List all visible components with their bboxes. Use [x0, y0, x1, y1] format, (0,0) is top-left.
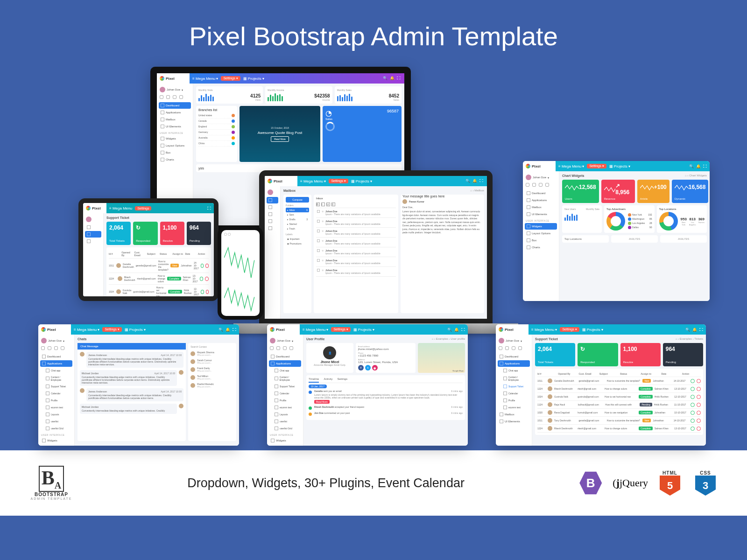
table-row[interactable]: 1224Ritesh Deshmukhritesh@gmail.comHow t…: [537, 385, 701, 393]
nav-projects[interactable]: ▦ Projects ▾: [243, 77, 264, 81]
branch-item[interactable]: Germany: [198, 130, 235, 135]
contact-item[interactable]: Ted MillionWhy you assert...: [190, 373, 234, 381]
approve-icon[interactable]: [201, 264, 204, 268]
tab-timeline[interactable]: Timeline: [309, 378, 319, 383]
table-row[interactable]: 1224Ritesh Deshmukhritesh@gmail.comHow t…: [537, 425, 701, 433]
table-row[interactable]: 1011Genelia Deshmukhgenelia@gmail.comHow…: [537, 377, 701, 385]
sidebar-subitem[interactable]: ecomm test: [40, 404, 72, 411]
approve-icon[interactable]: [691, 419, 695, 423]
reject-icon[interactable]: [697, 419, 701, 423]
approve-icon[interactable]: [201, 290, 204, 294]
search-icon[interactable]: 🔍: [383, 76, 388, 81]
table-row[interactable]: 1224Ritesh Deshmukhritesh@gmail.comHow t…: [109, 273, 209, 285]
contact-item[interactable]: Rashid MazedicWhy you assert...: [190, 381, 234, 389]
reject-icon[interactable]: [697, 395, 701, 399]
sidebar-subitem[interactable]: Chat app: [498, 367, 530, 374]
sidebar-subitem[interactable]: userlist: [269, 418, 301, 425]
folder-item[interactable]: ▸ Starred: [286, 222, 309, 226]
mail-row[interactable]: ☆Johen DoeIpsum - There are many variati…: [316, 247, 396, 257]
folder-item[interactable]: ▸ Sent: [286, 212, 309, 217]
sidebar-subitem[interactable]: Chat app: [40, 367, 72, 374]
reject-icon[interactable]: [206, 290, 209, 294]
table-row[interactable]: 1020Rana Dagubatihornok@gmail.comHow to …: [537, 409, 701, 417]
reject-icon[interactable]: [205, 277, 209, 281]
table-row[interactable]: 1024Govinda Naikgovinda@gmail.comHow to …: [109, 285, 209, 296]
mail-row[interactable]: ☆Johen DoeIpsum - There are many variati…: [316, 257, 396, 267]
tab-activity[interactable]: Activity: [324, 378, 332, 383]
nav-settings[interactable]: Settings ▾: [221, 76, 240, 81]
sidebar-subitem[interactable]: userlist: [40, 418, 72, 425]
sidebar-subitem[interactable]: Contact / Employee: [269, 374, 301, 383]
sidebar-item-layout[interactable]: Layout Options: [159, 142, 191, 149]
sidebar-subitem[interactable]: Contact / Employee: [40, 374, 72, 383]
branch-item[interactable]: England: [198, 124, 235, 130]
compose-button[interactable]: Compose: [286, 197, 309, 203]
table-row[interactable]: 1024Govinda Naikgovinda@gmail.comHow to …: [537, 393, 701, 401]
folder-item[interactable]: ▸ Drafts3: [286, 217, 309, 222]
sidebar-item-ui[interactable]: UI Elements: [159, 123, 191, 130]
approve-icon[interactable]: [691, 395, 695, 399]
sidebar-subitem[interactable]: ecomm test: [498, 404, 530, 411]
sidebar-subitem[interactable]: Chat app: [269, 367, 301, 374]
read-more-button[interactable]: Read More: [271, 136, 289, 142]
table-row[interactable]: 1124Raja Haulibolhauli@gmail.comHow this…: [537, 401, 701, 409]
folder-item[interactable]: ▸ Trash: [286, 226, 309, 231]
sidebar-subitem[interactable]: Calendar: [269, 390, 301, 397]
branch-item[interactable]: United states: [198, 113, 235, 119]
reject-icon[interactable]: [697, 379, 701, 383]
reject-icon[interactable]: [697, 427, 701, 431]
sidebar-subitem[interactable]: Calendar: [498, 390, 530, 397]
approve-icon[interactable]: [691, 427, 695, 431]
sidebar-subitem[interactable]: Support Ticket: [269, 383, 301, 390]
approve-icon[interactable]: [691, 387, 695, 391]
approve-icon[interactable]: [200, 277, 204, 281]
sidebar-subitem[interactable]: Layouts: [40, 411, 72, 418]
sidebar-subitem[interactable]: Profile: [40, 397, 72, 404]
sidebar-subitem[interactable]: Support Ticket: [498, 383, 530, 390]
contact-item[interactable]: Mayank SharmaWhy you assert...: [190, 350, 234, 357]
sidebar-item-dashboard[interactable]: Dashboard: [159, 102, 191, 109]
reject-icon[interactable]: [697, 403, 701, 407]
sidebar-subitem[interactable]: userlist Grid: [269, 425, 301, 432]
sidebar-item-charts[interactable]: Charts: [159, 156, 191, 163]
reject-icon[interactable]: [205, 264, 209, 268]
branch-item[interactable]: Australia: [198, 135, 235, 141]
bell-icon[interactable]: 🔔: [390, 76, 395, 81]
sidebar-item-widgets[interactable]: Widgets: [159, 135, 191, 142]
approve-icon[interactable]: [691, 403, 695, 407]
nav-mega[interactable]: ≡ Mega Menu ▾: [192, 77, 218, 81]
mail-row[interactable]: ☆Johen DoeIpsum - There are many variati…: [316, 267, 396, 277]
expand-icon[interactable]: ⛶: [397, 76, 402, 81]
table-row[interactable]: 1011Genelia Deshmukhgenelia@gmail.comHow…: [109, 259, 209, 273]
timeline-item: Ritesh Deshmukh accepted your friend req…: [309, 406, 463, 410]
read-more-button[interactable]: Read More: [314, 400, 330, 404]
sidebar-subitem[interactable]: Layouts: [269, 411, 301, 418]
sidebar-subitem[interactable]: userlist Grid: [40, 425, 72, 432]
sidebar-subitem[interactable]: Support Ticket: [40, 383, 72, 390]
contact-item[interactable]: Sarah ConnorWhy you assert...: [190, 357, 234, 365]
mail-row[interactable]: ☆Johen DoeIpsum - There are many variati…: [316, 208, 396, 218]
sidebar-item-box[interactable]: Box: [159, 149, 191, 156]
folder-item[interactable]: ▸ Inbox6: [286, 208, 309, 212]
approve-icon[interactable]: [691, 411, 695, 415]
branch-item[interactable]: China: [198, 141, 235, 147]
mail-row[interactable]: ☆Johen DoeIpsum - There are many variati…: [316, 218, 396, 228]
sidebar-subitem[interactable]: Calendar: [40, 390, 72, 397]
timeline-item: Jon Doe commented on your post6 mins ago: [309, 412, 463, 416]
sidebar-subitem[interactable]: ecomm test: [269, 404, 301, 411]
blog-card[interactable]: 15 October, 2018 Awesome Quote Blog Post…: [240, 106, 320, 162]
reject-icon[interactable]: [697, 411, 701, 415]
approve-icon[interactable]: [691, 379, 695, 383]
mail-row[interactable]: ☆Johen DoeIpsum - There are many variati…: [316, 238, 396, 247]
sidebar-subitem[interactable]: Profile: [269, 397, 301, 404]
reject-icon[interactable]: [697, 387, 701, 391]
sidebar-subitem[interactable]: Contact / Employee: [498, 374, 530, 383]
branch-item[interactable]: Canada: [198, 119, 235, 124]
table-row[interactable]: 1011Tony Deshmukhgenelia@gmail.comHow to…: [537, 417, 701, 425]
mail-row[interactable]: ☆Johen DoeIpsum - There are many variati…: [316, 228, 396, 238]
sidebar-item-mailbox[interactable]: Mailbox: [159, 116, 191, 123]
contact-item[interactable]: Frank DarityWhy you assert...: [190, 365, 234, 373]
sidebar-subitem[interactable]: Profile: [498, 397, 530, 404]
sidebar-item-apps[interactable]: Applications: [159, 109, 191, 116]
tab-settings[interactable]: Settings: [337, 378, 347, 383]
